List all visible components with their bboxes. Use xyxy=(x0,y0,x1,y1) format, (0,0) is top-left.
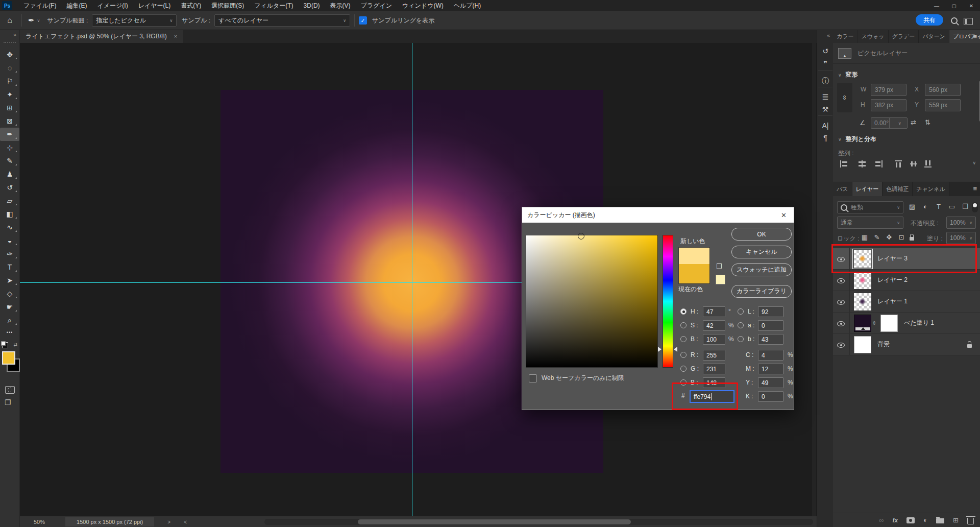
layer-thumbnail[interactable] xyxy=(854,336,871,353)
collapse-panels-icon[interactable]: « xyxy=(827,32,830,38)
filter-shape-layers-icon[interactable]: ▭ xyxy=(947,203,957,210)
lock-position-icon[interactable]: ✥ xyxy=(884,233,894,241)
tool-presets-panel-icon[interactable]: ⚒ xyxy=(817,105,834,113)
panel-tab-1[interactable]: スウォッ xyxy=(858,30,889,43)
layer-visibility-toggle[interactable] xyxy=(833,313,850,333)
comments-panel-icon[interactable]: ❞ xyxy=(817,59,834,67)
layer-thumbnail[interactable] xyxy=(854,250,871,268)
foreground-color-swatch[interactable] xyxy=(2,351,15,365)
layer-tab-3[interactable]: チャンネル xyxy=(913,182,949,196)
object-selection-tool[interactable]: ✦ xyxy=(0,88,19,101)
filter-smart-objects-icon[interactable]: ❐ xyxy=(960,203,970,210)
hand-tool[interactable]: ☛ xyxy=(0,300,19,314)
cmyk-input-1[interactable]: 12 xyxy=(758,364,783,374)
layer-row-2[interactable]: レイヤー 1 xyxy=(833,291,980,313)
cmyk-input-2[interactable]: 49 xyxy=(758,377,783,388)
sample-dropdown[interactable]: すべてのレイヤー ∨ xyxy=(214,14,350,27)
vertical-scrollbar[interactable] xyxy=(812,43,816,516)
color-libraries-button[interactable]: カラーライブラリ xyxy=(731,285,792,298)
menu-item-0[interactable]: ファイル(F) xyxy=(18,0,61,11)
zoom-level[interactable]: 50% xyxy=(34,519,45,525)
layer-mask-thumbnail[interactable] xyxy=(880,315,898,332)
share-button[interactable]: 共有 xyxy=(916,14,943,26)
layer-row-4[interactable]: 背景 xyxy=(833,334,980,355)
lab-input-1[interactable]: 0 xyxy=(758,320,783,331)
paragraph-panel-icon[interactable]: ¶ xyxy=(817,134,834,142)
panel-tab-2[interactable]: グラデー xyxy=(889,30,919,43)
more-tools-button[interactable]: ••• xyxy=(0,330,19,335)
screen-mode-button[interactable]: ❐ xyxy=(5,398,11,406)
delete-layer-icon[interactable] xyxy=(967,518,974,524)
layer-style-icon[interactable]: fx xyxy=(893,517,898,524)
lab-input-2[interactable]: 43 xyxy=(758,334,783,345)
lock-image-pixels-icon[interactable]: ✎ xyxy=(872,233,882,241)
current-tool-eyedropper[interactable]: ✒ ∨ xyxy=(26,16,42,25)
layers-panel-menu-icon[interactable]: ≡ xyxy=(973,185,977,193)
zoom-tool[interactable]: ⌕ xyxy=(0,314,19,327)
flip-horizontal-icon[interactable]: ⇄ xyxy=(911,118,916,126)
menu-item-8[interactable]: 表示(V) xyxy=(325,0,356,11)
horizontal-scrollbar[interactable] xyxy=(264,519,813,525)
layer-visibility-toggle[interactable] xyxy=(833,248,850,269)
document-tab[interactable]: ライトエフェクト.psd @ 50% (レイヤー 3, RGB/8) × xyxy=(19,30,183,43)
filter-type-layers-icon[interactable]: T xyxy=(934,203,944,210)
lock-transparent-pixels-icon[interactable]: ▦ xyxy=(860,233,870,241)
opacity-field[interactable]: 100% ∨ xyxy=(946,217,976,229)
link-dimensions-button[interactable]: ∞ xyxy=(837,83,852,112)
fill-layer-thumbnail[interactable] xyxy=(854,315,871,332)
expand-toolbar-icon[interactable]: » xyxy=(13,32,16,38)
lab-input-0[interactable]: 92 xyxy=(758,306,783,317)
lab-radio-1[interactable] xyxy=(738,322,744,328)
cmyk-input-0[interactable]: 4 xyxy=(758,350,783,361)
maximize-window-button[interactable]: ▢ xyxy=(945,0,963,11)
status-prev-icon[interactable]: < xyxy=(184,519,187,525)
pen-tool[interactable]: ✑ xyxy=(0,247,19,260)
panel-tab-3[interactable]: パターン xyxy=(919,30,949,43)
layer-visibility-toggle[interactable] xyxy=(833,291,850,312)
history-brush-tool[interactable]: ↺ xyxy=(0,181,19,194)
x-field[interactable]: 560 px xyxy=(925,84,961,96)
align-right-icon[interactable] xyxy=(873,160,883,167)
layer-tab-0[interactable]: パス xyxy=(833,182,852,196)
new-group-icon[interactable] xyxy=(936,518,944,523)
search-icon[interactable] xyxy=(951,17,958,24)
chevron-down-icon[interactable]: ∨ xyxy=(972,160,976,165)
gamut-safe-color-swatch[interactable] xyxy=(716,275,725,284)
home-icon[interactable]: ⌂ xyxy=(2,16,17,25)
ok-button[interactable]: OK xyxy=(731,228,792,241)
panel-tab-0[interactable]: カラー xyxy=(833,30,858,43)
menu-item-1[interactable]: 編集(E) xyxy=(61,0,92,11)
menu-item-10[interactable]: ウィンドウ(W) xyxy=(397,0,449,11)
clone-stamp-tool[interactable]: ♟ xyxy=(0,167,19,181)
swap-colors-icon[interactable]: ⇄ xyxy=(13,342,17,348)
add-to-swatches-button[interactable]: スウォッチに追加 xyxy=(731,264,792,276)
status-next-icon[interactable]: > xyxy=(167,519,170,525)
default-colors-icon[interactable] xyxy=(2,342,8,348)
shape-tool[interactable]: ◇ xyxy=(0,287,19,300)
link-layers-icon[interactable]: ∞ xyxy=(879,516,884,524)
eyedropper-tool[interactable]: ✒ xyxy=(0,128,19,141)
flip-vertical-icon[interactable]: ⇅ xyxy=(925,118,930,126)
new-layer-icon[interactable]: ⊞ xyxy=(953,516,959,524)
align-top-icon[interactable] xyxy=(895,160,904,167)
layer-row-0[interactable]: レイヤー 3 xyxy=(833,248,980,270)
path-select-tool[interactable]: ➤ xyxy=(0,274,19,287)
workspace-switcher-icon[interactable] xyxy=(964,18,973,25)
menu-item-4[interactable]: 書式(Y) xyxy=(176,0,206,11)
filter-toggle[interactable] xyxy=(972,202,978,212)
panel-menu-icon[interactable]: ≡ xyxy=(973,33,977,40)
align-bottom-icon[interactable] xyxy=(924,160,934,167)
height-field[interactable]: 382 px xyxy=(871,99,906,111)
menu-item-3[interactable]: レイヤー(L) xyxy=(133,0,176,11)
layer-tab-2[interactable]: 色調補正 xyxy=(883,182,913,196)
menu-item-11[interactable]: ヘルプ(H) xyxy=(449,0,486,11)
move-tool[interactable]: ✥ xyxy=(0,48,19,61)
filter-pixel-layers-icon[interactable]: ▨ xyxy=(907,203,917,210)
hue-slider[interactable] xyxy=(663,235,673,368)
layer-row-1[interactable]: レイヤー 2 xyxy=(833,270,980,291)
close-document-icon[interactable]: × xyxy=(174,33,177,39)
brush-settings-panel-icon[interactable]: ☰ xyxy=(817,93,834,101)
lock-artboard-icon[interactable]: ⊡ xyxy=(896,233,906,241)
menu-item-7[interactable]: 3D(D) xyxy=(299,0,325,11)
minimize-window-button[interactable]: — xyxy=(928,0,945,11)
